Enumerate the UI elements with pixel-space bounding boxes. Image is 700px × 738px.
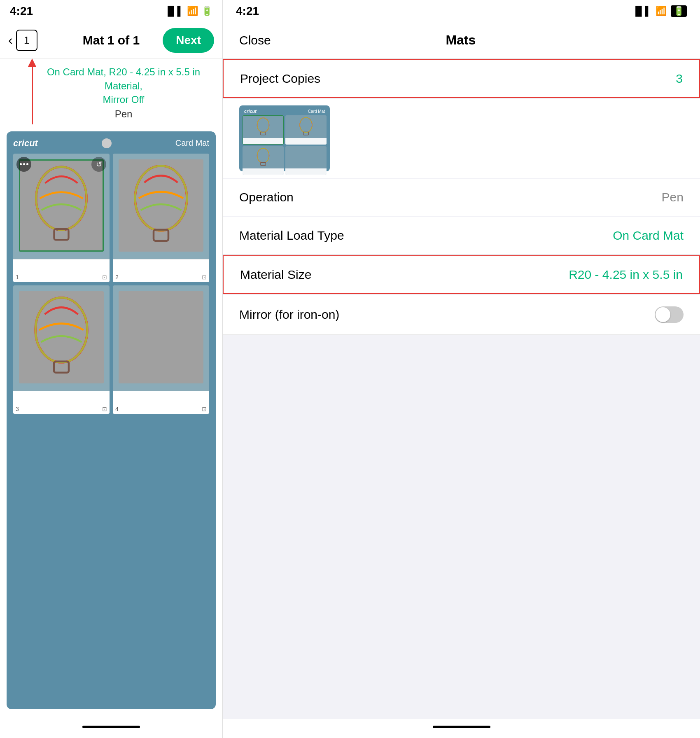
mat-cell-num-4: 4: [115, 406, 119, 412]
dots-button[interactable]: [16, 157, 31, 172]
mat-cell-4[interactable]: 4 ⊡: [113, 285, 209, 414]
time-right: 4:21: [236, 5, 259, 18]
status-icons-right: ▐▌▌ 📶 🔋: [632, 5, 687, 17]
mat-cell-bottom-4: [113, 391, 209, 414]
thumb-cell-4: [285, 146, 327, 175]
mat-cell-resize-2[interactable]: ⊡: [202, 274, 207, 280]
mat-grid: ↺ 1 ⊡ 2: [13, 154, 209, 414]
mat-cell-bottom-3: [13, 391, 110, 414]
home-indicator-left: [82, 726, 140, 728]
thumb-balloon-2: [285, 115, 327, 137]
mat-cell-bottom-2: [113, 259, 209, 282]
material-load-row[interactable]: Material Load Type On Card Mat: [223, 217, 700, 255]
mat-title: Mat 1 of 1: [83, 33, 140, 47]
annotation-arrow: [28, 58, 36, 124]
project-copies-card: Project Copies 3: [223, 59, 700, 98]
mat-oval: [102, 138, 112, 148]
material-size-label: Material Size: [240, 268, 311, 282]
mirror-row: Mirror (for iron-on): [223, 295, 700, 335]
header-right: Close Mats: [223, 22, 700, 58]
battery-icon-right: 🔋: [671, 5, 687, 17]
mat-preview: cricut Card Mat: [7, 131, 216, 709]
mat-info-line1: On Card Mat, R20 - 4.25 in x 5.5 in Mate…: [33, 65, 214, 93]
header-left: ‹ 1 Mat 1 of 1 Next: [0, 22, 222, 58]
svg-line-5: [65, 229, 69, 230]
mat-info-line3: Pen: [33, 108, 214, 120]
refresh-button[interactable]: ↺: [91, 157, 106, 172]
wifi-icon-right: 📶: [656, 6, 667, 16]
toggle-knob: [656, 307, 670, 322]
wifi-icon: 📶: [187, 6, 198, 16]
mat-cell-3[interactable]: 3 ⊡: [13, 285, 110, 414]
svg-point-24: [257, 148, 269, 163]
mat-cell-bottom-1: [13, 259, 110, 282]
material-load-label: Material Load Type: [239, 229, 344, 243]
operation-card: Operation Pen: [223, 179, 700, 216]
mirror-card: Mirror (for iron-on): [223, 295, 700, 335]
thumb-cell-1: [243, 115, 284, 145]
thumb-cell-2: [285, 115, 327, 145]
mat-info-line2: Mirror Off: [33, 93, 214, 107]
mat-info: On Card Mat, R20 - 4.25 in x 5.5 in Mate…: [0, 58, 222, 121]
material-size-row[interactable]: Material Size R20 - 4.25 in x 5.5 in: [223, 255, 700, 294]
mat-cell-num-1: 1: [16, 274, 19, 280]
operation-label: Operation: [239, 190, 294, 204]
mat-cell-inner-4: [119, 291, 203, 384]
left-panel: 4:21 ▐▌▌ 📶 🔋 ‹ 1 Mat 1 of 1 Next On Card…: [0, 0, 222, 738]
back-button[interactable]: ‹: [8, 33, 13, 48]
mat-thumbnail-section: cricut Card Mat: [223, 99, 700, 178]
project-copies-row[interactable]: Project Copies 3: [223, 59, 700, 98]
gray-spacer: [223, 336, 700, 377]
mat-type-label: Card Mat: [175, 138, 209, 148]
mat-cell-resize-1[interactable]: ⊡: [102, 274, 107, 280]
thumb-cell-3: [243, 146, 284, 175]
status-bar-left: 4:21 ▐▌▌ 📶 🔋: [0, 0, 222, 22]
balloon-svg-2: [119, 159, 203, 252]
right-panel: 4:21 ▐▌▌ 📶 🔋 Close Mats Project Copies 3…: [222, 0, 700, 738]
time-left: 4:21: [10, 5, 33, 18]
battery-icon: 🔋: [201, 6, 212, 16]
material-size-card: Material Size R20 - 4.25 in x 5.5 in: [223, 255, 700, 294]
mat-cell-num-3: 3: [16, 406, 19, 412]
mat-indicator: 1: [16, 30, 37, 51]
svg-point-20: [300, 117, 312, 132]
mat-cell-inner-3: [19, 291, 104, 384]
material-load-card: Material Load Type On Card Mat: [223, 217, 700, 255]
right-content: Project Copies 3 cricut Card Mat: [223, 58, 700, 719]
status-bar-right: 4:21 ▐▌▌ 📶 🔋: [223, 0, 700, 22]
signal-icon: ▐▌▌: [164, 6, 184, 16]
mat-thumbnail-image: cricut Card Mat: [239, 105, 330, 171]
next-button[interactable]: Next: [163, 28, 214, 53]
mirror-label: Mirror (for iron-on): [239, 308, 339, 322]
thumb-grid: [243, 115, 327, 175]
mat-cell-1[interactable]: ↺ 1 ⊡: [13, 154, 110, 282]
mat-cell-inner-2: [119, 159, 203, 252]
mat-cell-resize-4[interactable]: ⊡: [202, 406, 207, 412]
close-button[interactable]: Close: [239, 33, 271, 47]
svg-line-4: [54, 229, 58, 230]
mat-preview-header: cricut Card Mat: [13, 138, 209, 149]
home-indicator-right: [433, 726, 490, 728]
mat-cell-num-2: 2: [115, 274, 119, 280]
mirror-toggle[interactable]: [655, 306, 684, 323]
material-load-value: On Card Mat: [613, 229, 684, 243]
project-copies-value: 3: [676, 72, 683, 86]
operation-value: Pen: [662, 190, 684, 204]
material-size-value: R20 - 4.25 in x 5.5 in: [569, 268, 683, 282]
project-copies-label: Project Copies: [240, 72, 320, 86]
mat-cell-2[interactable]: 2 ⊡: [113, 154, 209, 282]
mirror-toggle-wrapper: [655, 306, 684, 323]
balloon-svg-1: [20, 161, 103, 251]
mat-cell-resize-3[interactable]: ⊡: [102, 406, 107, 412]
svg-point-16: [257, 118, 269, 132]
thumb-balloon-3: [243, 146, 284, 168]
operation-row[interactable]: Operation Pen: [223, 179, 700, 216]
signal-icon-right: ▐▌▌: [632, 6, 651, 16]
balloon-svg-3: [19, 291, 104, 384]
mat-cell-inner-1: [19, 159, 104, 252]
mats-title: Mats: [446, 33, 476, 48]
thumb-balloon-1: [243, 116, 283, 137]
cricut-logo: cricut: [13, 138, 38, 149]
chevron-left-icon: ‹: [8, 33, 13, 48]
